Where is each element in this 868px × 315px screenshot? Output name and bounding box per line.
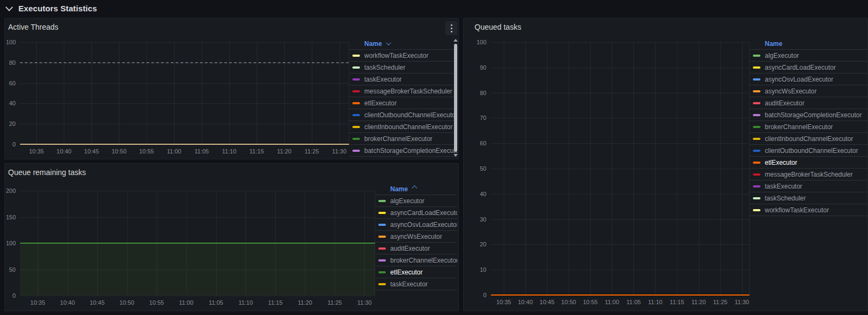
x-tick-label: 11:25 — [300, 148, 324, 155]
x-tick-label: 11:05 — [622, 298, 645, 306]
gridline-vertical — [699, 42, 699, 295]
gridline-horizontal — [20, 83, 349, 84]
legend-scrollbar[interactable] — [453, 39, 458, 157]
legend-item[interactable]: algExecutor — [375, 195, 457, 207]
gridline-horizontal — [20, 42, 349, 43]
panel-title[interactable]: Queue remaining tasks — [8, 168, 86, 177]
series-color-swatch — [378, 224, 386, 226]
legend-item[interactable]: asyncWsExecutor — [375, 231, 457, 243]
legend-item[interactable]: taskExecutor — [750, 180, 867, 192]
y-tick-label: 80 — [465, 89, 486, 97]
legend-item[interactable]: taskScheduler — [349, 62, 457, 73]
legend-item[interactable]: clientOutboundChannelExecutor — [349, 109, 457, 121]
y-tick-label: 80 — [6, 58, 16, 67]
y-tick-label: 100 — [6, 38, 16, 46]
legend-item-label: asyncWsExecutor — [390, 233, 442, 240]
legend-item[interactable]: taskExecutor — [349, 73, 457, 85]
scrollbar-thumb[interactable] — [454, 44, 457, 152]
chart-plot[interactable]: 02040608010010:3510:4010:4510:5010:5511:… — [6, 38, 349, 157]
legend-name-label: Name — [765, 40, 783, 48]
y-tick-label: 60 — [465, 139, 486, 148]
legend-item[interactable]: etlExecutor — [349, 97, 457, 109]
legend-item[interactable]: batchStorageCompletionExecutor — [349, 145, 457, 157]
gridline-horizontal — [20, 103, 349, 104]
legend-item[interactable]: asyncOsvLoadExecutor — [375, 219, 457, 231]
series-color-swatch — [378, 212, 386, 214]
legend-item[interactable]: auditExecutor — [750, 97, 867, 109]
legend-sort-header[interactable]: Name — [750, 38, 867, 50]
row-collapse-icon[interactable] — [5, 4, 13, 11]
legend-item[interactable]: asyncWsExecutor — [750, 85, 867, 97]
panel-title[interactable]: Active Threads — [8, 23, 58, 31]
gridline-vertical — [174, 42, 175, 144]
legend-item[interactable]: taskExecutor — [375, 278, 457, 290]
legend-item[interactable]: algExecutor — [750, 50, 867, 62]
legend-sort-header[interactable]: Name — [349, 38, 457, 50]
series-color-swatch — [352, 78, 360, 81]
legend-item[interactable]: clientInboundChannelExecutor — [750, 133, 867, 145]
legend-item[interactable]: taskScheduler — [750, 192, 867, 204]
series-color-swatch — [753, 90, 760, 92]
legend-item[interactable]: brokerChannelExecutor — [750, 121, 867, 133]
legend-item[interactable]: asyncCardLoadExecutor — [375, 207, 457, 219]
legend-item[interactable]: asyncCardLoadExecutor — [750, 62, 867, 73]
gridline-vertical — [525, 42, 526, 295]
scroll-down-icon[interactable] — [453, 154, 458, 157]
panel-title[interactable]: Queued tasks — [475, 23, 521, 31]
legend-item[interactable]: workflowTaskExecutor — [349, 50, 457, 62]
gridline-vertical — [284, 42, 285, 144]
series-color-swatch — [753, 162, 760, 164]
gridline-vertical — [590, 42, 591, 295]
legend-item-label: etlExecutor — [364, 99, 397, 107]
x-tick-label: 10:40 — [56, 299, 79, 306]
legend-item[interactable]: asyncOsvLoadExecutor — [750, 73, 867, 85]
panel-active-threads: Active Threads 02040608010010:3510:4010:… — [4, 18, 459, 159]
x-tick-label: 11:05 — [190, 148, 213, 155]
y-tick-label: 40 — [465, 190, 486, 198]
legend-item-label: taskScheduler — [364, 64, 405, 71]
legend-item-label: workflowTaskExecutor — [364, 52, 429, 59]
legend-item[interactable]: auditExecutor — [375, 243, 457, 254]
gridline-vertical — [720, 42, 721, 295]
legend-sort-header[interactable]: Name — [375, 183, 457, 195]
legend-item[interactable]: brokerChannelExecutor — [375, 254, 457, 266]
legend-item[interactable]: workflowTaskExecutor — [750, 204, 867, 216]
legend-item[interactable]: clientInboundChannelExecutor — [349, 121, 457, 133]
series-color-swatch — [352, 66, 360, 69]
gridline-vertical — [64, 42, 64, 144]
series-color-swatch — [378, 259, 386, 262]
threshold-line — [20, 62, 349, 63]
y-tick-label: 20 — [465, 240, 486, 249]
panel-menu-button[interactable] — [445, 21, 457, 35]
legend-item[interactable]: clientOutboundChannelExecutor — [750, 145, 867, 157]
x-tick-label: 10:55 — [145, 299, 169, 306]
legend-item[interactable]: brokerChannelExecutor — [349, 133, 457, 145]
gridline-horizontal — [491, 219, 750, 220]
series-color-swatch — [753, 114, 760, 116]
series-color-swatch — [352, 102, 360, 104]
x-tick-label: 11:15 — [665, 298, 689, 306]
gridline-vertical — [749, 42, 750, 295]
legend-item[interactable]: batchStorageCompletionExecutor — [750, 109, 867, 121]
gridline-horizontal — [491, 270, 750, 270]
x-tick-label: 11:20 — [293, 299, 317, 306]
gridline-vertical — [612, 42, 612, 295]
scroll-up-icon[interactable] — [453, 39, 458, 42]
series-color-swatch — [378, 200, 386, 202]
legend-item-label: clientOutboundChannelExecutor — [765, 147, 858, 155]
chart-plot[interactable]: 05010015020010:3510:4010:4510:5010:5511:… — [6, 183, 375, 309]
y-tick-label: 0 — [465, 291, 486, 299]
legend-item[interactable]: etlExecutor — [750, 157, 867, 169]
legend: NamealgExecutorasyncCardLoadExecutorasyn… — [750, 38, 867, 309]
legend-item[interactable]: messageBrokerTaskScheduler — [349, 85, 457, 97]
series-color-swatch — [352, 126, 360, 128]
gridline-vertical — [547, 42, 547, 295]
series-color-swatch — [378, 247, 386, 250]
gridline-vertical — [91, 42, 92, 144]
legend-item-label: taskScheduler — [765, 195, 806, 202]
y-tick-label: 100 — [6, 239, 16, 247]
row-title[interactable]: Executors Statistics — [18, 4, 97, 13]
legend-item[interactable]: messageBrokerTaskScheduler — [750, 169, 867, 180]
chart-plot[interactable]: 010203040506070809010010:3510:4010:4510:… — [465, 38, 750, 309]
legend-item[interactable]: etlExecutor — [375, 266, 457, 278]
